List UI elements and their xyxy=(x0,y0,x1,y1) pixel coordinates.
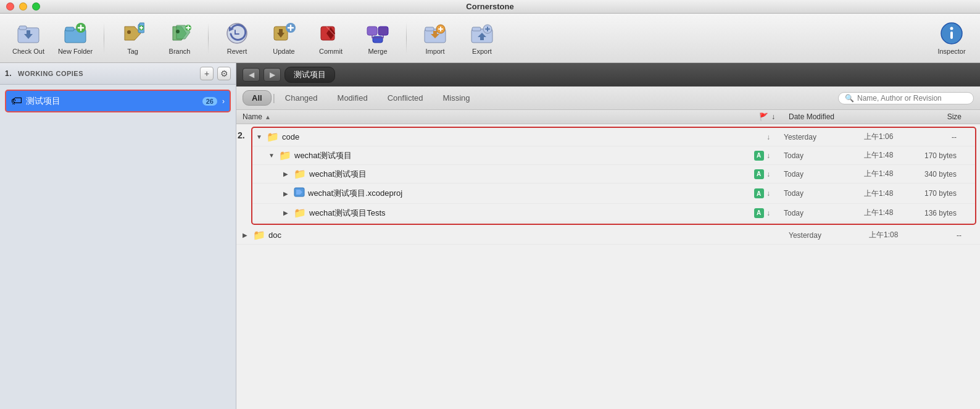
table-body: 2. ▼ 📁 code ↓ Yesterday 上午1:06 xyxy=(236,127,980,269)
sidebar-settings-button[interactable]: ⚙ xyxy=(217,67,231,80)
update-label: Update xyxy=(273,48,294,55)
search-icon: 🔍 xyxy=(845,94,854,103)
back-button[interactable]: ◀ xyxy=(243,68,260,82)
row-name-wechat: ▼ 📁 wechat测试项目 xyxy=(268,150,751,161)
row-time-wechat-sub: 上午1:48 xyxy=(864,169,913,179)
expand-toggle-icon[interactable]: ▶ xyxy=(283,171,291,177)
commit-button[interactable]: Commit xyxy=(309,17,353,60)
inspector-button[interactable]: Inspector xyxy=(929,17,974,60)
new-folder-button[interactable]: New Folder xyxy=(53,17,98,60)
sidebar-item-test-project[interactable]: 🏷 测试项目 26 › xyxy=(5,90,231,112)
folder-icon: 📁 xyxy=(279,150,291,161)
svg-rect-3 xyxy=(65,27,74,31)
col-header-arrow: ↓ xyxy=(771,112,783,121)
row-flag-tests: A xyxy=(751,208,766,218)
row-size-doc: -- xyxy=(918,231,974,240)
revert-label: Revert xyxy=(227,48,247,55)
content-area: ◀ ▶ 测试项目 All | Changed Modified Conflict… xyxy=(236,63,980,409)
tag-icon xyxy=(120,21,145,46)
row-time-tests: 上午1:48 xyxy=(864,208,913,218)
table-row[interactable]: ▼ 📁 wechat测试项目 A ↓ Today 上午1:48 170 byte… xyxy=(252,146,975,165)
filter-tab-missing[interactable]: Missing xyxy=(434,91,479,105)
breadcrumb-path: 测试项目 xyxy=(284,67,335,83)
row-name-wechat-sub: ▶ 📁 wechat测试项目 xyxy=(283,168,751,180)
xcodeproj-icon xyxy=(294,187,305,200)
table-row[interactable]: ▶ 📁 wechat测试项目 A ↓ Today 上午1:48 340 byte… xyxy=(252,165,975,183)
svg-point-27 xyxy=(950,27,953,30)
sort-ascending-icon: ▲ xyxy=(265,114,271,120)
branch-label: Branch xyxy=(169,48,191,55)
svg-rect-24 xyxy=(472,27,481,31)
badge-chevron-icon: › xyxy=(222,97,225,106)
col-header-size[interactable]: Size xyxy=(918,112,974,121)
row-time-code: 上午1:06 xyxy=(864,132,913,142)
table-row[interactable]: ▶ 📁 doc Yesterday 上午1:08 -- xyxy=(236,226,980,245)
minimize-button[interactable] xyxy=(19,2,27,11)
row-size-code: -- xyxy=(913,133,969,141)
branch-button[interactable]: Branch xyxy=(157,17,202,60)
new-folder-icon xyxy=(63,21,88,46)
title-bar: Cornerstone xyxy=(0,0,980,14)
col-header-flag: 🚩 xyxy=(756,112,771,121)
tag-button[interactable]: Tag xyxy=(110,17,155,60)
highlighted-files-box: ▼ 📁 code ↓ Yesterday 上午1:06 -- ▼ xyxy=(251,127,976,225)
folder-icon: 📁 xyxy=(294,168,306,180)
project-badge: 26 xyxy=(202,97,217,106)
checkout-button[interactable]: Check Out xyxy=(6,17,51,60)
added-badge: A xyxy=(754,208,764,218)
sidebar-header: 1. WORKING COPIES + ⚙ xyxy=(0,63,236,85)
table-header: Name ▲ 🚩 ↓ Date Modified Size xyxy=(236,110,980,124)
added-badge: A xyxy=(754,169,764,179)
expand-toggle-icon[interactable]: ▶ xyxy=(243,232,250,238)
export-icon xyxy=(470,21,494,46)
import-button[interactable]: Import xyxy=(413,17,457,60)
filter-tab-changed[interactable]: Changed xyxy=(276,91,326,105)
import-label: Import xyxy=(425,48,444,55)
table-row[interactable]: ▼ 📁 code ↓ Yesterday 上午1:06 -- xyxy=(252,128,975,146)
add-working-copy-button[interactable]: + xyxy=(200,67,214,80)
row-size-tests: 136 bytes xyxy=(913,209,969,217)
expand-toggle-icon[interactable]: ▼ xyxy=(268,152,276,159)
merge-label: Merge xyxy=(368,48,387,55)
commit-label: Commit xyxy=(319,48,343,55)
flag-icon: 🚩 xyxy=(759,112,768,121)
close-button[interactable] xyxy=(6,2,14,11)
col-header-name[interactable]: Name ▲ xyxy=(243,112,756,121)
expand-toggle-icon[interactable]: ▶ xyxy=(283,190,291,197)
back-icon: ◀ xyxy=(249,70,254,79)
folder-icon: 📁 xyxy=(267,131,279,143)
filter-tab-modified[interactable]: Modified xyxy=(329,91,376,105)
row-date-xcodeproj: Today xyxy=(778,189,864,198)
folder-icon: 📁 xyxy=(294,207,306,219)
export-button[interactable]: Export xyxy=(460,17,504,60)
expand-toggle-icon[interactable]: ▶ xyxy=(283,209,291,216)
project-name: 测试项目 xyxy=(26,96,199,107)
update-arrow-icon: ↓ xyxy=(771,112,775,121)
expand-toggle-icon[interactable]: ▼ xyxy=(256,133,264,140)
merge-button[interactable]: Merge xyxy=(355,17,400,60)
row-time-xcodeproj: 上午1:48 xyxy=(864,188,913,199)
forward-button[interactable]: ▶ xyxy=(264,68,281,82)
filter-tab-conflicted[interactable]: Conflicted xyxy=(379,91,432,105)
inspector-icon xyxy=(939,21,964,46)
checkout-label: Check Out xyxy=(12,48,44,55)
table-row[interactable]: ▶ wechat测试项目.xcodeproj A xyxy=(252,183,975,204)
tag-label: Tag xyxy=(127,48,138,55)
inspector-label: Inspector xyxy=(937,48,965,55)
separator-3 xyxy=(406,23,407,54)
maximize-button[interactable] xyxy=(32,2,40,11)
svg-point-5 xyxy=(127,30,131,34)
import-icon xyxy=(423,21,447,46)
sidebar-items-container: 🏷 测试项目 26 › xyxy=(0,85,236,117)
added-badge: A xyxy=(754,151,764,161)
revert-button[interactable]: Revert xyxy=(215,17,259,60)
table-row[interactable]: ▶ 📁 wechat测试项目Tests A ↓ Today 上午1:48 136… xyxy=(252,204,975,222)
update-button[interactable]: Update xyxy=(262,17,306,60)
row-name-tests: ▶ 📁 wechat测试项目Tests xyxy=(283,207,751,219)
filter-tab-all[interactable]: All xyxy=(243,90,272,106)
col-header-date[interactable]: Date Modified xyxy=(783,112,869,121)
row-time-wechat: 上午1:48 xyxy=(864,150,913,161)
search-input[interactable] xyxy=(857,94,967,103)
row-size-wechat: 170 bytes xyxy=(913,151,969,160)
row-name-doc: ▶ 📁 doc xyxy=(243,229,756,241)
